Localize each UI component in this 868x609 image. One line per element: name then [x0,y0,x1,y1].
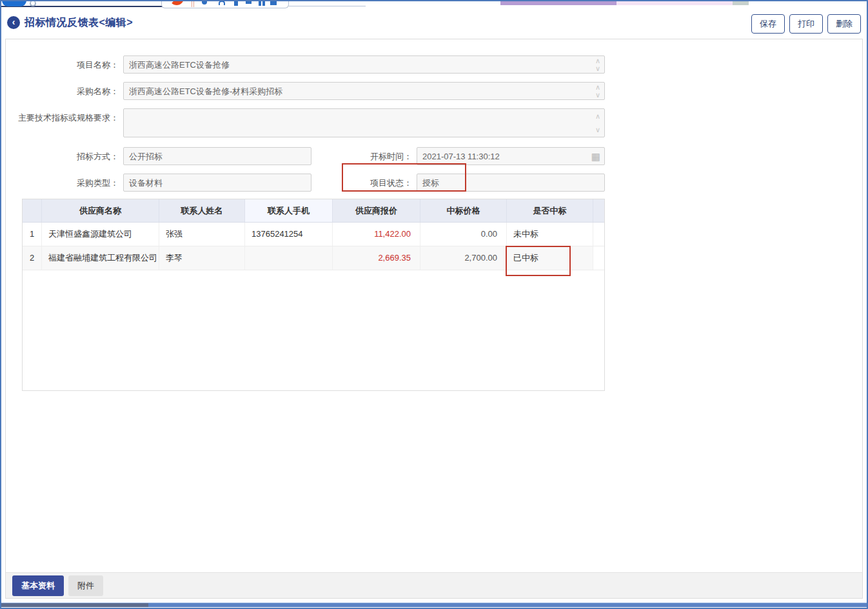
cell-is-awarded[interactable]: 未中标 [507,223,593,246]
chevron-up-icon[interactable]: ∧ [595,113,600,119]
spinner-icons: ∧ ∨ [595,84,600,98]
scrollbar-thumb[interactable] [1,603,148,607]
chevron-up-icon[interactable]: ∧ [595,57,600,64]
bottom-tab-bar: 基本资料 附件 [6,572,862,598]
delete-button[interactable]: 删除 [827,14,861,34]
toolbar-icon[interactable] [246,1,252,4]
page-title: 招标情况反馈表<编辑> [25,16,133,30]
back-icon: ‹ [12,17,15,27]
procurement-type-field[interactable]: 设备材料 [123,174,311,192]
cell-contact-name[interactable]: 张强 [159,223,245,246]
tab-attachments[interactable]: 附件 [68,575,103,596]
chevron-down-icon[interactable]: ∨ [595,126,600,133]
header-filler [593,199,604,222]
header-row-number[interactable] [23,199,42,222]
chrome-circle-icon [30,1,36,6]
toolbar-icon[interactable] [270,1,277,5]
top-strip-purple [500,0,616,5]
cell-award-price[interactable]: 0.00 [420,223,507,246]
tech-spec-label: 主要技术指标或规格要求： [6,112,119,124]
browser-chrome [0,0,868,9]
cell-filler [593,246,604,270]
cell-supplier-quote[interactable]: 2,669.35 [333,246,420,270]
toolbar-icon[interactable] [259,1,261,6]
cell-filler [593,223,604,246]
cell-supplier-quote[interactable]: 11,422.00 [333,223,420,246]
cell-contact-phone[interactable]: 13765241254 [245,223,333,246]
bid-method-label: 招标方式： [6,151,119,163]
table-row[interactable]: 1 天津恒盛鑫源建筑公司 张强 13765241254 11,422.00 0.… [23,223,604,246]
top-strip-pink [616,0,733,5]
cell-award-price[interactable]: 2,700.00 [420,246,507,270]
cell-row-number: 1 [23,223,42,246]
back-button[interactable]: ‹ [7,16,20,29]
bid-open-time-label: 开标时间： [302,151,412,163]
action-buttons: 保存 打印 删除 [751,14,861,34]
header-supplier-name[interactable]: 供应商名称 [42,199,159,222]
bookmarks-toolbar [161,0,289,8]
calendar-icon[interactable]: ▦ [591,151,600,163]
toolbar-icon[interactable] [202,1,207,5]
chrome-divider [288,6,366,6]
cell-contact-name[interactable]: 李琴 [159,246,245,270]
bid-open-time-value: 2021-07-13 11:30:12 [422,152,587,162]
cell-is-awarded[interactable]: 已中标 [507,246,593,270]
spinner-icons: ∧ ∨ [595,113,600,133]
project-name-value: 浙西高速公路ETC设备抢修 [129,60,587,70]
procurement-type-value: 设备材料 [129,178,306,188]
table-header-row: 供应商名称 联系人姓名 联系人手机 供应商报价 中标价格 是否中标 [23,199,604,223]
bid-method-value: 公开招标 [129,152,306,162]
toolbar-divider [193,1,194,7]
chrome-divider [0,6,163,7]
table-row[interactable]: 2 福建省融埔建筑工程有限公司 李琴 2,669.35 2,700.00 已中标 [23,246,604,270]
bid-open-time-field[interactable]: 2021-07-13 11:30:12 ▦ [417,147,605,165]
page-header: ‹ 招标情况反馈表<编辑> 保存 打印 删除 [0,9,868,37]
cell-contact-phone[interactable] [245,246,333,270]
project-status-label: 项目状态： [302,177,412,189]
tech-spec-field[interactable]: ∧ ∨ [123,108,605,137]
toolbar-icon[interactable] [234,1,238,6]
procurement-type-label: 采购类型： [6,177,119,189]
tab-basic-info[interactable]: 基本资料 [12,575,64,596]
procurement-name-field[interactable]: 浙西高速公路ETC设备抢修-材料采购招标 ∧ ∨ [123,82,605,100]
print-button[interactable]: 打印 [789,14,823,34]
project-status-field[interactable]: 授标 [417,174,605,192]
project-name-label: 项目名称： [6,59,119,71]
cell-supplier-name[interactable]: 福建省融埔建筑工程有限公司 [42,246,159,270]
procurement-name-value: 浙西高速公路ETC设备抢修-材料采购招标 [129,86,587,97]
header-contact-phone[interactable]: 联系人手机 [245,199,333,222]
cell-row-number: 2 [23,246,42,270]
supplier-table: 供应商名称 联系人姓名 联系人手机 供应商报价 中标价格 是否中标 1 天津恒盛… [22,199,605,391]
chevron-down-icon[interactable]: ∨ [595,65,600,72]
save-button[interactable]: 保存 [751,14,785,34]
orange-logo-icon[interactable] [170,0,184,5]
chevron-up-icon[interactable]: ∧ [595,84,600,90]
header-award-price[interactable]: 中标价格 [420,199,507,222]
form-panel: 项目名称： 浙西高速公路ETC设备抢修 ∧ ∨ 采购名称： 浙西高速公路ETC设… [5,39,863,599]
browser-tab-stub[interactable] [2,0,26,6]
horizontal-scrollbar[interactable] [1,603,867,607]
chevron-down-icon[interactable]: ∨ [595,92,600,98]
toolbar-divider [192,1,192,7]
top-strip-gray [733,0,749,5]
bid-method-field[interactable]: 公开招标 [123,147,311,165]
header-is-awarded[interactable]: 是否中标 [507,199,593,222]
project-name-field[interactable]: 浙西高速公路ETC设备抢修 ∧ ∨ [123,55,605,74]
header-contact-name[interactable]: 联系人姓名 [159,199,245,222]
procurement-name-label: 采购名称： [6,86,119,97]
toolbar-icon[interactable] [219,1,225,5]
project-status-value: 授标 [422,178,599,188]
spinner-icons: ∧ ∨ [595,57,600,72]
header-supplier-quote[interactable]: 供应商报价 [333,199,420,222]
cell-supplier-name[interactable]: 天津恒盛鑫源建筑公司 [42,223,159,246]
